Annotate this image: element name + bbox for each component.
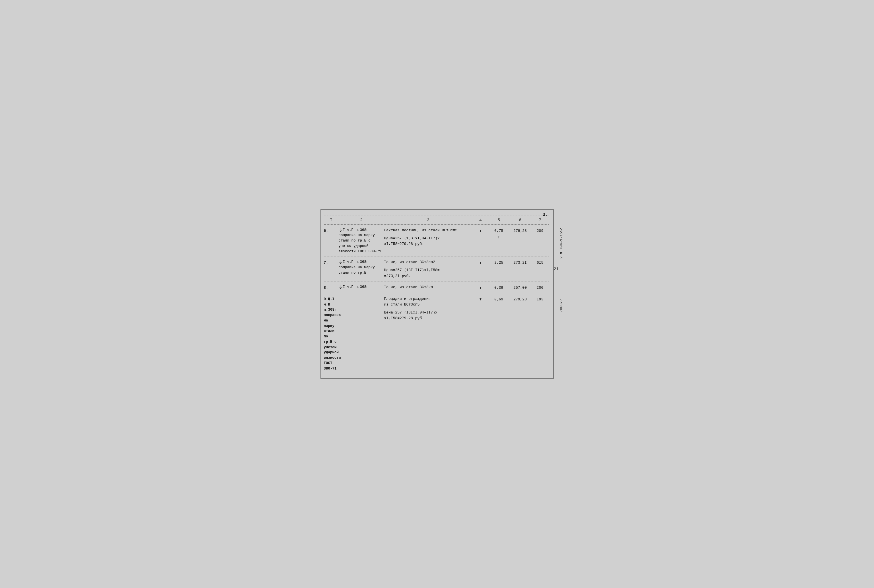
margin-label-top: 2 п 704-1-155с bbox=[559, 228, 563, 259]
row-8-code: Ц.I ч.П п.368г bbox=[339, 285, 384, 290]
row-7-desc: То же, из стали ВСт3сп2 Цена=257+(13I–II… bbox=[384, 260, 472, 279]
row-7-num: 7. bbox=[324, 260, 339, 266]
row-7-col6: 273,2I bbox=[509, 260, 532, 266]
table-row: 8. Ц.I ч.П п.368г То же, из стали ВСт3кп… bbox=[324, 282, 549, 293]
row-7-unit: т bbox=[472, 260, 489, 266]
row-7-col7: 6I5 bbox=[532, 260, 549, 266]
table-row: 9.Ц.I ч.П п.368г поправка на марку стали… bbox=[324, 293, 549, 374]
row-6-col7: 209 bbox=[532, 228, 549, 234]
margin-label-bottom: 7803/7 bbox=[559, 299, 563, 312]
row-6-code: Ц.I ч.П п.368г поправка на марку стали п… bbox=[339, 228, 384, 254]
row-9-col6: 279,28 bbox=[509, 296, 532, 302]
table-row: 6. Ц.I ч.П п.368г поправка на марку стал… bbox=[324, 225, 549, 257]
row-9-unit: т bbox=[472, 296, 489, 302]
row-6-col5: 0,75 т bbox=[489, 228, 509, 241]
row-8-col7: I00 bbox=[532, 285, 549, 291]
row-6-unit: т bbox=[472, 228, 489, 234]
header-col6: 6 bbox=[509, 218, 532, 223]
row-9-col5: 0,69 bbox=[489, 296, 509, 302]
header-col5: 5 bbox=[489, 218, 509, 223]
header-col3: 3 bbox=[384, 218, 472, 223]
row-9-desc: Площадки и огражденияиз стали ВСт3сп5 Це… bbox=[384, 296, 472, 321]
header-col7: 7 bbox=[532, 218, 549, 223]
row-8-desc: То же, из стали ВСт3кп bbox=[384, 285, 472, 290]
header-col4: 4 bbox=[472, 218, 489, 223]
row-8-col5: 0,39 bbox=[489, 285, 509, 291]
header-col1: I bbox=[324, 218, 339, 223]
row-9-col7: I93 bbox=[532, 296, 549, 302]
row-8-col6: 257,00 bbox=[509, 285, 532, 291]
row-6-col6: 279,28 bbox=[509, 228, 532, 234]
margin-number-21: 21 bbox=[554, 267, 559, 272]
page-number: 3. bbox=[542, 212, 548, 218]
column-headers: I 2 3 4 5 6 7 bbox=[324, 216, 549, 225]
header-col2: 2 bbox=[339, 218, 384, 223]
row-7-col5: 2,25 bbox=[489, 260, 509, 266]
row-6-num: 6. bbox=[324, 228, 339, 234]
row-8-unit: т bbox=[472, 285, 489, 291]
row-6-desc: Шахтная лестниц. из стали ВСт3сп5 Цена=2… bbox=[384, 228, 472, 247]
row-9-num: 9.Ц.I ч.П п.368г поправка на марку стали… bbox=[324, 296, 339, 372]
page-container: 3. I 2 3 4 5 6 7 6. Ц.I ч.П п.368г попра… bbox=[320, 209, 554, 379]
row-7-code: Ц.I ч.П п.368г поправка на марку стали п… bbox=[339, 260, 384, 275]
row-8-num: 8. bbox=[324, 285, 339, 291]
table-row: 7. Ц.I ч.П п.368г поправка на марку стал… bbox=[324, 256, 549, 281]
